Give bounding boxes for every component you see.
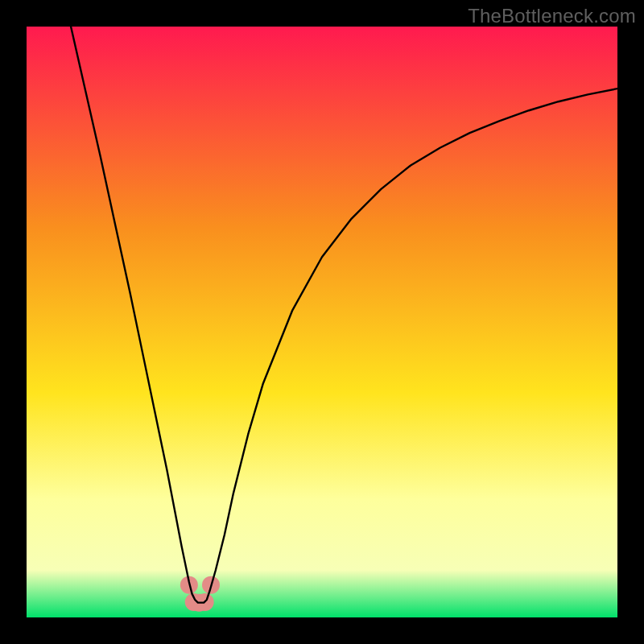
attribution-label: TheBottleneck.com bbox=[468, 5, 636, 27]
plot-area bbox=[27, 27, 617, 617]
chart-frame: TheBottleneck.com bbox=[0, 0, 644, 644]
plot-svg bbox=[27, 27, 617, 617]
gradient-background bbox=[27, 27, 617, 617]
